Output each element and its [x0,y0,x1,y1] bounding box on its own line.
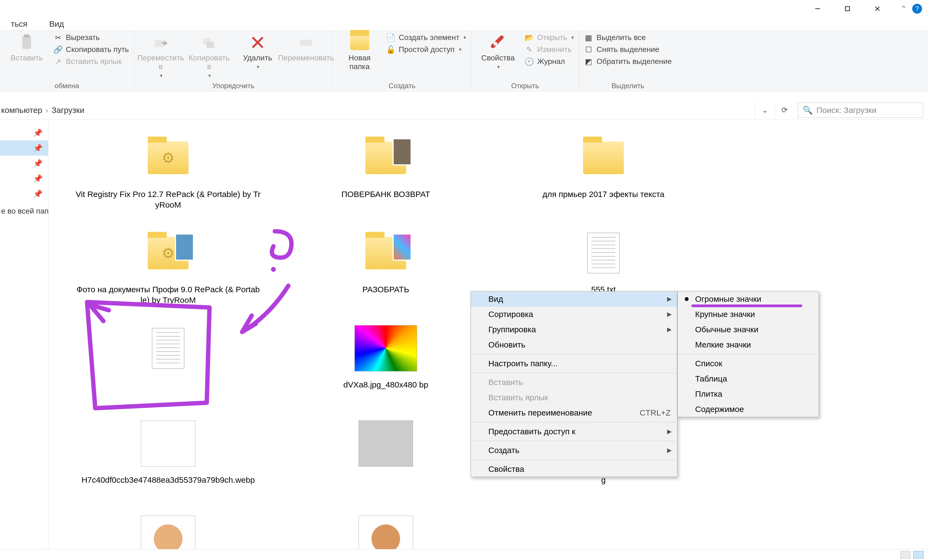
file-item[interactable]: 98765678.jpg [277,506,495,549]
ctx-view-large[interactable]: Крупные значки [678,307,819,322]
context-menu: Вид▶ Сортировка▶ Группировка▶ Обновить Н… [471,291,678,477]
properties-button[interactable]: Свойства▾ [476,33,520,70]
invert-selection-button[interactable]: ◩Обратить выделение [584,57,672,66]
paste-button[interactable]: Вставить [5,33,49,62]
annotation-underline [691,305,802,307]
ctx-view[interactable]: Вид▶ [471,291,677,307]
select-none-button[interactable]: ☐Снять выделение [584,45,672,54]
file-item[interactable]: РАЗОБРАТЬ [277,220,495,316]
edit-button[interactable]: ✎Изменить [525,45,574,54]
svg-rect-1 [845,6,849,11]
status-bar [0,549,928,560]
paste-shortcut-button[interactable]: ↗Вставить ярлык [53,57,129,66]
copy-path-button[interactable]: 🔗Скопировать путь [53,45,129,54]
item-label: Фото на документы Профи 9.0 RePack (& Po… [76,284,261,305]
minimize-button[interactable] [803,0,832,17]
ctx-view-content[interactable]: Содержимое [678,401,819,417]
chevron-right-icon[interactable]: › [46,105,48,115]
ctx-group[interactable]: Группировка▶ [471,322,677,337]
select-none-icon: ☐ [584,45,593,54]
address-dropdown-button[interactable]: ⌄ [755,101,775,120]
rename-button[interactable]: Переименовать [284,33,328,62]
nav-pin[interactable]: 📌 [0,156,48,171]
file-item[interactable] [59,316,277,411]
item-thumbnail [354,511,417,549]
ctx-undo-rename[interactable]: Отменить переименованиеCTRL+Z [471,405,677,420]
file-item[interactable]: ПОВЕРБАНК ВОЗВРАТ [277,125,495,220]
create-item-button[interactable]: 📄Создать элемент▾ [386,33,466,42]
view-details-button[interactable] [900,551,911,558]
help-button[interactable]: ? [912,4,922,14]
select-all-button[interactable]: ▦Выделить все [584,33,672,42]
nav-item-label[interactable]: е во всей пап [0,201,48,215]
folder-icon [350,33,369,52]
search-placeholder: Поиск: Загрузки [817,105,876,115]
nav-pin[interactable]: 📌 [0,171,48,186]
svg-rect-11 [300,40,312,46]
item-thumbnail [137,416,199,471]
file-item[interactable]: Фото на документы Профи 9.0 RePack (& Po… [59,220,277,316]
ctx-grant-access[interactable]: Предоставить доступ к▶ [471,424,677,439]
ctx-refresh[interactable]: Обновить [471,337,677,352]
crumb-downloads[interactable]: Загрузки [52,105,84,115]
open-button[interactable]: 📂Открыть▾ [525,33,574,42]
bullet-icon [685,297,688,301]
item-label: H7c40df0ccb3e47488ea3d55379a79b9ch.webp [81,475,255,485]
ribbon-group-organize: Переместить в▾ Копировать в▾ Удалить▾ Пе… [134,31,333,91]
invert-icon: ◩ [584,57,593,66]
item-label: dVXa8.jpg_480x480 bp [343,379,428,390]
search-input[interactable]: 🔍 Поиск: Загрузки [798,102,923,118]
ctx-view-table[interactable]: Таблица [678,371,819,386]
ribbon: Вставить ✂Вырезать 🔗Скопировать путь ↗Вс… [0,31,928,92]
ctx-properties[interactable]: Свойства [471,461,677,477]
ribbon-group-select: ▦Выделить все ☐Снять выделение ◩Обратить… [579,31,677,91]
file-item[interactable]: Vit Registry Fix Pro 12.7 RePack (& Port… [59,125,277,220]
ctx-sort[interactable]: Сортировка▶ [471,307,677,322]
item-thumbnail [354,416,417,471]
view-icons-button[interactable] [913,551,923,558]
ctx-customize[interactable]: Настроить папку... [471,356,677,371]
ribbon-collapse-button[interactable]: ⌃ [901,5,907,13]
file-item[interactable]: для прмьер 2017 эфекты текста [495,125,712,220]
file-item[interactable]: dVXa8.jpg_480x480 bp [277,316,495,411]
shortcut-label: CTRL+Z [640,408,671,417]
item-thumbnail [354,131,417,185]
item-thumbnail [572,226,635,280]
tab-view[interactable]: Вид [38,19,75,29]
tab-share[interactable]: ться [0,19,38,29]
breadcrumb[interactable]: компьютер › Загрузки [0,105,755,115]
ribbon-tabs: ться Вид [0,17,928,31]
window-titlebar: ⌃ ? [0,0,928,17]
crumb-computer[interactable]: компьютер [1,105,42,115]
chevron-right-icon: ▶ [667,296,672,302]
refresh-button[interactable]: ⟳ [775,101,794,120]
ctx-create[interactable]: Создать▶ [471,443,677,458]
scissors-icon: ✂ [53,33,63,42]
ctx-view-small[interactable]: Мелкие значки [678,337,819,352]
ctx-view-list[interactable]: Список [678,356,819,371]
item-label: РАЗОБРАТЬ [362,284,409,295]
journal-button[interactable]: 🕘Журнал [525,57,574,66]
maximize-button[interactable] [832,0,862,17]
move-to-button[interactable]: Переместить в▾ [139,33,183,79]
ctx-view-tiles[interactable]: Плитка [678,386,819,401]
item-thumbnail [137,321,199,375]
cut-button[interactable]: ✂Вырезать [53,33,129,42]
clipboard-icon [17,33,36,52]
nav-pin[interactable]: 📌 [0,140,48,156]
move-to-icon [151,33,170,52]
file-item[interactable]: H7c40df0ccb3e47488ea3d55379a79b9ch.webp [59,411,277,506]
file-item[interactable]: 56789.jpg [59,506,277,549]
nav-pin[interactable]: 📌 [0,186,48,201]
nav-pin[interactable]: 📌 [0,125,48,140]
new-folder-button[interactable]: Новая папка [338,33,382,71]
easy-access-button[interactable]: 🔓Простой доступ▾ [386,45,466,54]
svg-rect-5 [24,35,29,38]
ctx-view-medium[interactable]: Обычные значки [678,322,819,337]
delete-icon [248,33,267,52]
select-all-icon: ▦ [584,33,593,42]
delete-button[interactable]: Удалить▾ [236,33,279,70]
close-button[interactable] [862,0,892,17]
copy-to-button[interactable]: Копировать в▾ [188,33,231,79]
file-item[interactable] [277,411,495,506]
